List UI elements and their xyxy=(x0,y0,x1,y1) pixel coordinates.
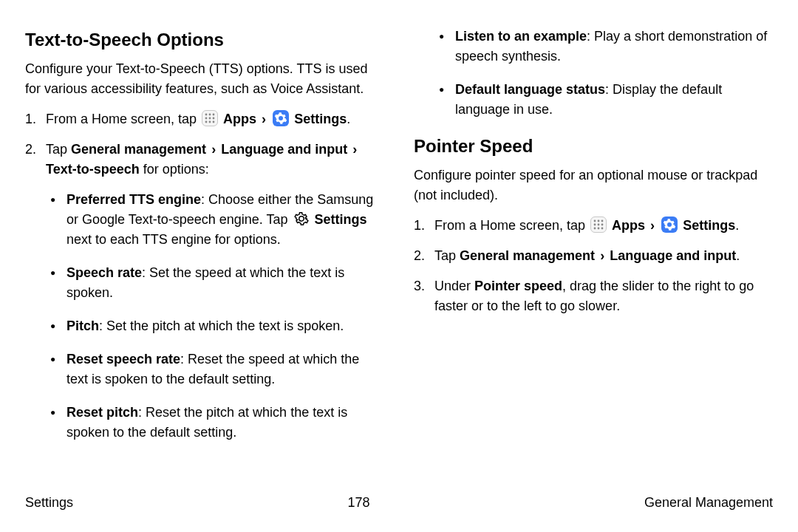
settings-icon xyxy=(661,216,678,233)
apps-icon xyxy=(590,216,607,233)
settings-label: Settings xyxy=(683,218,735,233)
chevron-icon: › xyxy=(262,112,266,126)
footer-left: Settings xyxy=(25,493,73,513)
svg-point-12 xyxy=(594,224,596,226)
step-1: From a Home screen, tap Apps › Settings. xyxy=(25,109,384,129)
step-2: Tap General management › Language and in… xyxy=(25,140,384,443)
page-footer: Settings 178 General Management xyxy=(25,493,773,513)
chevron-icon: › xyxy=(352,142,357,157)
svg-point-9 xyxy=(594,220,596,222)
apps-label: Apps xyxy=(612,218,645,233)
ps-step-2: Tap General management › Language and in… xyxy=(414,246,773,266)
svg-point-1 xyxy=(209,114,211,116)
svg-point-4 xyxy=(209,117,211,120)
svg-point-3 xyxy=(205,117,208,120)
apps-icon xyxy=(202,110,218,126)
option-pitch: Pitch: Set the pitch at which the text i… xyxy=(46,316,384,336)
option-preferred-engine: Preferred TTS engine: Choose either the … xyxy=(46,190,384,250)
svg-point-10 xyxy=(598,220,600,222)
option-listen-example: Listen to an example: Play a short demon… xyxy=(434,27,773,66)
apps-label: Apps xyxy=(223,112,256,126)
svg-point-15 xyxy=(594,228,596,230)
option-default-language-status: Default language status: Display the def… xyxy=(434,80,773,120)
ps-step-3: Under Pointer speed, drag the slider to … xyxy=(414,276,773,316)
pointer-speed-intro: Configure pointer speed for an optional … xyxy=(414,166,773,205)
gear-icon xyxy=(293,211,310,227)
svg-point-2 xyxy=(213,114,215,116)
svg-point-14 xyxy=(601,224,604,226)
svg-point-7 xyxy=(209,121,211,123)
footer-right: General Management xyxy=(644,493,773,513)
settings-icon xyxy=(273,110,289,126)
tts-steps: From a Home screen, tap Apps › Settings.… xyxy=(25,109,384,443)
option-speech-rate: Speech rate: Set the speed at which the … xyxy=(46,263,384,303)
left-column: Text-to-Speech Options Configure your Te… xyxy=(25,27,384,456)
ps-step-1: From a Home screen, tap Apps › Settings. xyxy=(414,216,773,236)
tts-options-list-continued: Listen to an example: Play a short demon… xyxy=(434,27,773,120)
svg-point-16 xyxy=(598,228,600,230)
svg-point-11 xyxy=(601,220,604,222)
chevron-icon: › xyxy=(600,248,604,263)
tts-heading: Text-to-Speech Options xyxy=(25,27,384,53)
option-reset-speech-rate: Reset speech rate: Reset the speed at wh… xyxy=(46,349,384,389)
chevron-icon: › xyxy=(650,218,655,233)
right-column: Listen to an example: Play a short demon… xyxy=(414,27,773,456)
footer-page-number: 178 xyxy=(347,493,369,513)
pointer-speed-heading: Pointer Speed xyxy=(414,133,773,160)
svg-point-6 xyxy=(205,121,208,123)
tts-intro: Configure your Text-to-Speech (TTS) opti… xyxy=(25,59,384,99)
tts-options-list: Preferred TTS engine: Choose either the … xyxy=(46,190,384,443)
pointer-speed-steps: From a Home screen, tap Apps › Settings.… xyxy=(414,216,773,316)
chevron-icon: › xyxy=(211,142,216,157)
svg-point-5 xyxy=(213,117,215,120)
svg-point-13 xyxy=(598,224,600,226)
settings-label: Settings xyxy=(294,112,347,126)
svg-point-17 xyxy=(601,228,604,230)
svg-point-0 xyxy=(205,114,208,116)
svg-point-8 xyxy=(213,121,215,123)
option-reset-pitch: Reset pitch: Reset the pitch at which th… xyxy=(46,403,384,443)
